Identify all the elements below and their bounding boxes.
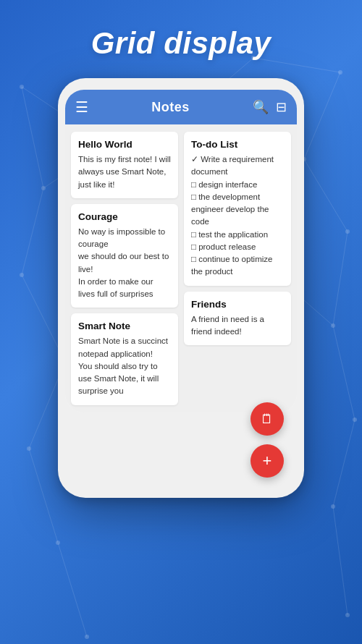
svg-point-29 <box>20 273 24 277</box>
notes-grid: Hello World This is my first note! I wil… <box>65 124 297 412</box>
svg-point-30 <box>331 323 335 328</box>
svg-point-35 <box>56 541 60 545</box>
add-icon: + <box>263 452 272 470</box>
svg-point-32 <box>353 418 357 422</box>
svg-point-26 <box>41 186 46 190</box>
svg-point-28 <box>345 229 350 234</box>
note-todo-list-title: To-do List <box>191 139 284 150</box>
page-title: Grid display <box>0 0 362 78</box>
menu-icon[interactable]: ☰ <box>75 98 88 116</box>
svg-point-37 <box>85 635 89 639</box>
note-courage[interactable]: Courage No way is impossible to couragew… <box>71 204 178 308</box>
note-hello-world-body: This is my first note! I will always use… <box>78 153 171 191</box>
note-smart-note[interactable]: Smart Note Smart Note is a succinct note… <box>71 313 178 404</box>
svg-line-12 <box>333 326 355 420</box>
note-todo-list[interactable]: To-do List ✓ Write a requirement documen… <box>184 132 291 286</box>
note-smart-note-title: Smart Note <box>78 321 171 331</box>
app-title: Notes <box>94 100 247 115</box>
phone-mockup: ☰ Notes 🔍 ⊟ Hello World This is my first… <box>58 78 304 498</box>
fab-add-button[interactable]: + <box>251 444 284 478</box>
search-icon[interactable]: 🔍 <box>253 99 269 115</box>
svg-point-36 <box>345 613 350 617</box>
note-todo-list-body: ✓ Write a requirement document□ design i… <box>191 153 284 279</box>
svg-line-16 <box>333 507 348 615</box>
note-friends[interactable]: Friends A friend in need is a friend ind… <box>184 292 291 346</box>
note-courage-title: Courage <box>78 211 171 222</box>
note-friends-body: A friend in need is a friend indeed! <box>191 313 284 339</box>
svg-point-21 <box>20 85 24 89</box>
phone-inner: ☰ Notes 🔍 ⊟ Hello World This is my first… <box>65 90 297 412</box>
svg-line-14 <box>29 449 58 543</box>
note-smart-note-body: Smart Note is a succinct notepad applica… <box>78 335 171 397</box>
header-actions: 🔍 ⊟ <box>253 99 287 115</box>
svg-line-15 <box>333 420 355 507</box>
svg-line-8 <box>304 159 348 232</box>
svg-line-4 <box>22 87 43 188</box>
svg-line-17 <box>58 543 87 637</box>
svg-line-9 <box>22 188 43 275</box>
fab-document-button[interactable]: 🗒 <box>251 402 284 436</box>
note-friends-title: Friends <box>191 299 284 310</box>
svg-line-11 <box>333 232 348 326</box>
svg-point-33 <box>27 446 31 451</box>
document-icon: 🗒 <box>261 412 274 427</box>
svg-line-3 <box>304 72 340 159</box>
note-hello-world-title: Hello World <box>78 139 171 150</box>
note-courage-body: No way is impossible to couragewe should… <box>78 226 171 301</box>
note-hello-world[interactable]: Hello World This is my first note! I wil… <box>71 132 178 198</box>
notes-column-left: Hello World This is my first note! I wil… <box>71 132 178 405</box>
app-header: ☰ Notes 🔍 ⊟ <box>65 90 297 124</box>
fab-container: 🗒 + <box>251 402 284 478</box>
notes-column-right: To-do List ✓ Write a requirement documen… <box>184 132 291 405</box>
filter-icon[interactable]: ⊟ <box>276 99 287 115</box>
svg-point-34 <box>331 504 335 509</box>
